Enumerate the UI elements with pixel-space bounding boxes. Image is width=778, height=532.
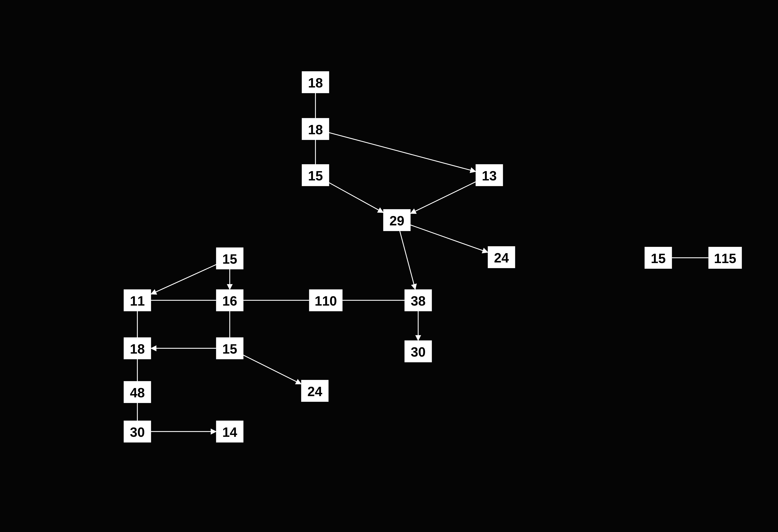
graph-node-label: 15 — [222, 252, 237, 267]
graph-node: 29 — [383, 209, 411, 231]
graph-node-label: 30 — [411, 345, 425, 359]
graph-node-label: 38 — [411, 293, 425, 308]
diagram-stage: 1818151329241511161103830181524483014151… — [0, 0, 778, 532]
graph-node: 15 — [216, 337, 243, 359]
graph-edge — [411, 225, 488, 252]
graph-node-label: 24 — [307, 384, 322, 399]
graph-node-label: 16 — [222, 293, 237, 308]
graph-node-label: 30 — [130, 425, 145, 440]
graph-node: 18 — [302, 71, 329, 93]
graph-diagram: 1818151329241511161103830181524483014151… — [0, 0, 778, 532]
graph-node: 13 — [476, 164, 503, 186]
graph-node: 15 — [302, 164, 329, 186]
graph-node-label: 13 — [482, 168, 496, 183]
graph-node: 16 — [216, 289, 243, 311]
graph-node: 48 — [124, 381, 151, 403]
graph-node-label: 11 — [130, 293, 145, 308]
graph-node-label: 115 — [714, 251, 736, 266]
graph-node: 115 — [708, 247, 742, 269]
graph-node-label: 18 — [308, 122, 323, 137]
graph-node: 24 — [488, 246, 515, 268]
graph-node: 18 — [302, 118, 329, 140]
graph-node: 15 — [216, 248, 243, 269]
nodes-layer: 1818151329241511161103830181524483014151… — [124, 71, 742, 442]
graph-node-label: 110 — [315, 293, 337, 308]
graph-node: 38 — [405, 289, 432, 311]
graph-node: 30 — [124, 421, 151, 442]
graph-node: 18 — [124, 337, 151, 359]
graph-node-label: 15 — [651, 251, 666, 266]
graph-node-label: 14 — [222, 425, 237, 440]
graph-node-label: 15 — [222, 341, 237, 356]
graph-node-label: 24 — [494, 250, 509, 265]
graph-edge — [329, 132, 476, 172]
graph-edge — [411, 182, 476, 213]
graph-node-label: 15 — [308, 168, 323, 183]
graph-edge — [400, 231, 415, 289]
graph-node: 11 — [124, 289, 151, 311]
graph-node-label: 48 — [130, 385, 145, 400]
graph-node: 24 — [301, 380, 329, 402]
graph-edge — [243, 355, 301, 384]
graph-node: 14 — [216, 421, 243, 442]
graph-node-label: 18 — [130, 341, 145, 356]
graph-node-label: 18 — [308, 75, 323, 90]
graph-node: 15 — [645, 247, 672, 269]
graph-node-label: 29 — [389, 213, 404, 228]
graph-node: 110 — [309, 289, 342, 311]
graph-edge — [329, 183, 383, 212]
graph-node: 30 — [405, 340, 432, 362]
graph-edge — [151, 265, 216, 294]
